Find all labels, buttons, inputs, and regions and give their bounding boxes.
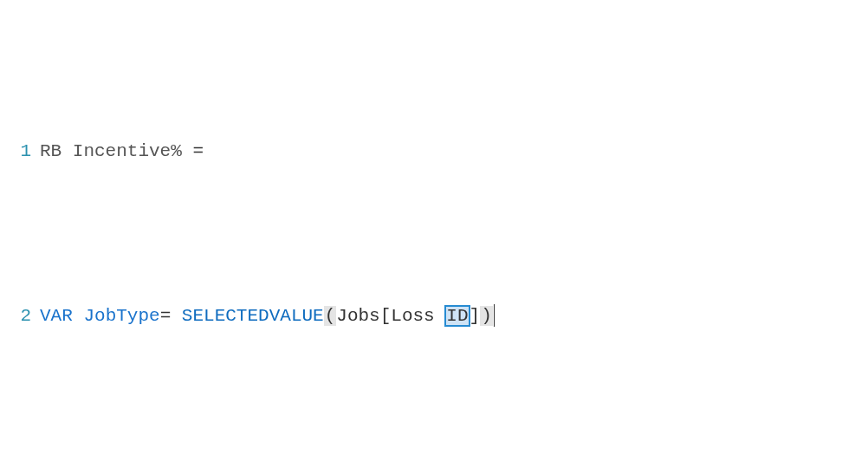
var-name: JobType bbox=[83, 306, 159, 326]
equals: = bbox=[192, 141, 204, 161]
code-line[interactable]: 3 RETURN bbox=[0, 465, 868, 468]
line-number: 1 bbox=[0, 135, 40, 168]
text-cursor-icon bbox=[494, 304, 495, 327]
paren-close: ) bbox=[480, 306, 493, 326]
line-number: 3 bbox=[0, 465, 40, 468]
keyword-var: VAR bbox=[40, 306, 73, 326]
paren-open: ( bbox=[324, 306, 337, 326]
line-number: 2 bbox=[0, 300, 40, 333]
code-line[interactable]: 1 RB Incentive% = bbox=[0, 135, 868, 168]
selection-id[interactable]: ID bbox=[445, 306, 469, 326]
measure-name: RB Incentive% bbox=[40, 141, 192, 161]
dax-editor[interactable]: 1 RB Incentive% = 2 VAR JobType= SELECTE… bbox=[0, 0, 868, 468]
table-column: Jobs[Loss bbox=[336, 306, 445, 326]
fn-selectedvalue: SELECTEDVALUE bbox=[182, 306, 324, 326]
equals: = bbox=[160, 306, 172, 326]
bracket-close: ] bbox=[470, 306, 481, 326]
code-line[interactable]: 2 VAR JobType= SELECTEDVALUE(Jobs[Loss I… bbox=[0, 300, 868, 333]
